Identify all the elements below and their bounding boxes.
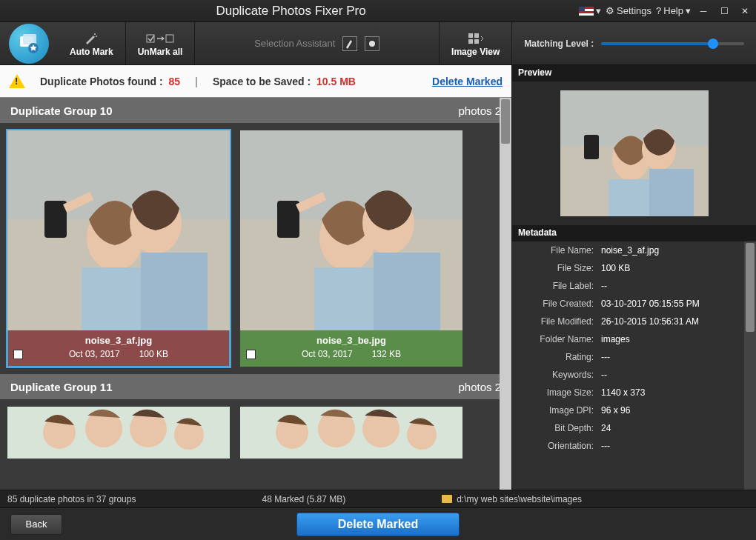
metadata-key: File Label: bbox=[520, 281, 601, 291]
vertical-scrollbar[interactable] bbox=[500, 98, 511, 490]
delete-marked-link[interactable]: Delete Marked bbox=[432, 76, 503, 87]
metadata-key: Keywords: bbox=[520, 370, 601, 380]
metadata-row: File Modified:26-10-2015 10:56:31 AM bbox=[512, 313, 756, 330]
language-selector[interactable]: ▾ bbox=[579, 5, 601, 16]
metadata-key: Bit Depth: bbox=[520, 423, 601, 433]
metadata-key: File Size: bbox=[520, 263, 601, 273]
family-image bbox=[240, 407, 462, 459]
logo-icon bbox=[17, 32, 41, 56]
selection-tool-1[interactable] bbox=[342, 36, 357, 51]
photo-card[interactable]: noise_3_af.jpg ✓ Oct 03, 2017 100 KB bbox=[7, 130, 230, 367]
group-header[interactable]: Duplicate Group 11 photos 2 bbox=[0, 374, 511, 399]
photo-card[interactable] bbox=[7, 407, 230, 459]
selection-assistant-label: Selection Assistant bbox=[254, 38, 335, 49]
selfie-image bbox=[240, 130, 462, 330]
metadata-value: 96 x 96 bbox=[601, 405, 630, 416]
flag-icon bbox=[579, 7, 594, 16]
folder-icon bbox=[442, 495, 452, 503]
status-marked: 48 Marked (5.87 MB) bbox=[262, 494, 345, 504]
metadata-key: Image DPI: bbox=[520, 405, 601, 416]
metadata-value: 26-10-2015 10:56:31 AM bbox=[601, 316, 699, 327]
grid-icon bbox=[467, 32, 485, 45]
metadata-row: Image Size:1140 x 373 bbox=[512, 384, 756, 401]
metadata-value: --- bbox=[601, 352, 610, 362]
svg-point-4 bbox=[96, 36, 97, 37]
slider-thumb[interactable] bbox=[708, 39, 718, 49]
metadata-value: -- bbox=[601, 281, 607, 291]
statusbar: 85 duplicate photos in 37 groups 48 Mark… bbox=[0, 490, 756, 507]
svg-rect-24 bbox=[374, 253, 440, 330]
metadata-row: File Created:03-10-2017 05:15:55 PM bbox=[512, 295, 756, 313]
minimize-button[interactable]: ─ bbox=[695, 4, 712, 18]
selfie-image bbox=[7, 130, 230, 330]
summary-bar: Duplicate Photos found : 85 | Space to b… bbox=[0, 65, 511, 98]
auto-mark-button[interactable]: Auto Mark bbox=[58, 22, 126, 64]
svg-rect-42 bbox=[649, 169, 694, 216]
metadata-value: --- bbox=[601, 441, 610, 451]
close-button[interactable]: ✕ bbox=[737, 4, 753, 18]
metadata-row: Bit Depth:24 bbox=[512, 419, 756, 437]
photo-thumbnail[interactable] bbox=[240, 130, 462, 330]
wand-icon bbox=[84, 32, 99, 45]
groups-list: Duplicate Group 10 photos 2 noise_3_af.j… bbox=[0, 98, 511, 490]
maximize-button[interactable]: ☐ bbox=[716, 4, 732, 18]
settings-menu[interactable]: ⚙ Settings bbox=[606, 5, 651, 16]
metadata-value: 24 bbox=[601, 423, 611, 433]
status-summary: 85 duplicate photos in 37 groups bbox=[7, 494, 136, 504]
photo-thumbnail[interactable] bbox=[7, 407, 230, 459]
photo-card[interactable] bbox=[240, 407, 462, 459]
delete-marked-button[interactable]: Delete Marked bbox=[296, 513, 460, 536]
metadata-value: -- bbox=[601, 370, 607, 380]
unmark-all-button[interactable]: UnMark all bbox=[126, 22, 196, 64]
footer: Back Delete Marked bbox=[0, 507, 756, 540]
photo-thumbnail[interactable] bbox=[7, 130, 230, 330]
photo-thumbnail[interactable] bbox=[240, 407, 462, 459]
svg-rect-9 bbox=[468, 39, 473, 44]
family-image bbox=[7, 407, 230, 459]
svg-rect-41 bbox=[609, 179, 655, 216]
metadata-panel: File Name:noise_3_af.jpgFile Size:100 KB… bbox=[512, 241, 756, 490]
metadata-value: images bbox=[601, 334, 630, 344]
svg-rect-8 bbox=[474, 33, 479, 38]
svg-rect-25 bbox=[277, 201, 299, 238]
preview-header: Preview bbox=[512, 65, 756, 81]
matching-level-control: Matching Level : bbox=[512, 22, 756, 64]
help-menu[interactable]: ? Help ▾ bbox=[656, 5, 691, 16]
metadata-key: File Modified: bbox=[520, 316, 601, 327]
metadata-key: File Created: bbox=[520, 299, 601, 309]
metadata-row: File Label:-- bbox=[512, 277, 756, 295]
matching-level-label: Matching Level : bbox=[524, 39, 594, 49]
metadata-key: Image Size: bbox=[520, 387, 601, 398]
selection-tool-2[interactable] bbox=[365, 36, 379, 51]
toolbar: Auto Mark UnMark all Selection Assistant… bbox=[0, 22, 756, 65]
photo-card[interactable]: noise_3_be.jpg Oct 03, 2017 132 KB bbox=[240, 130, 462, 367]
photo-checkbox[interactable]: ✓ bbox=[13, 350, 23, 359]
svg-rect-16 bbox=[141, 253, 208, 330]
warning-icon bbox=[9, 74, 25, 88]
metadata-scrollbar[interactable] bbox=[744, 241, 756, 490]
status-path: d:\my web sites\website\images bbox=[442, 494, 582, 504]
preview-pane bbox=[512, 81, 756, 225]
metadata-value: noise_3_af.jpg bbox=[601, 245, 659, 256]
group-header[interactable]: Duplicate Group 10 photos 2 bbox=[0, 98, 511, 123]
image-view-button[interactable]: Image View bbox=[440, 22, 512, 64]
photo-checkbox[interactable] bbox=[246, 350, 256, 359]
photo-filename: noise_3_af.jpg bbox=[12, 335, 225, 346]
metadata-row: Folder Name:images bbox=[512, 330, 756, 348]
metadata-row: File Size:100 KB bbox=[512, 259, 756, 277]
metadata-key: Folder Name: bbox=[520, 334, 601, 344]
space-saved: 10.5 MB bbox=[316, 76, 356, 87]
preview-image[interactable] bbox=[560, 90, 709, 216]
matching-level-slider[interactable] bbox=[601, 42, 744, 45]
metadata-value: 100 KB bbox=[601, 263, 630, 273]
metadata-row: Orientation:--- bbox=[512, 437, 756, 455]
back-button[interactable]: Back bbox=[10, 514, 62, 535]
metadata-row: Image DPI:96 x 96 bbox=[512, 401, 756, 419]
svg-rect-1 bbox=[23, 34, 36, 44]
svg-rect-43 bbox=[584, 135, 599, 159]
metadata-key: File Name: bbox=[520, 245, 601, 256]
app-title: Duplicate Photos Fixer Pro bbox=[3, 4, 579, 19]
svg-rect-10 bbox=[474, 39, 479, 44]
svg-point-3 bbox=[94, 33, 96, 35]
app-logo bbox=[0, 22, 58, 64]
